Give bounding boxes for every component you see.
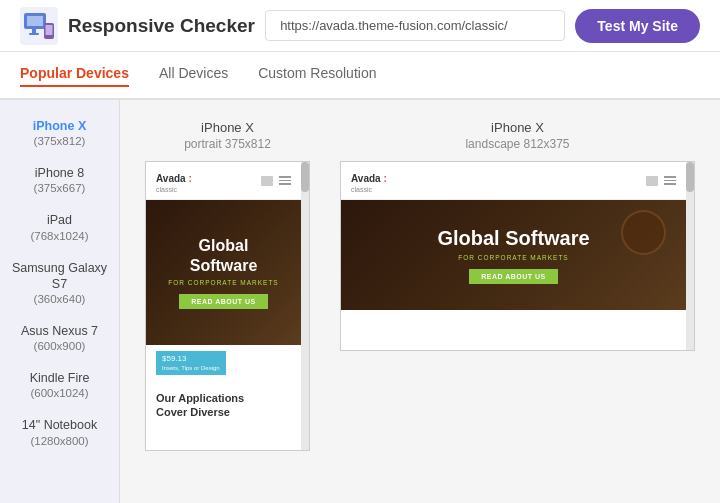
svg-rect-4 — [29, 33, 39, 35]
sidebar-item-iphone-8[interactable]: iPhone 8 (375x667) — [0, 157, 119, 204]
preview-content: iPhone X portrait 375x812 Avada : classi… — [120, 100, 720, 503]
portrait-scrollbar[interactable] — [301, 162, 309, 450]
nav-menu-icon-l — [664, 176, 676, 186]
portrait-below-hero: $59.13Insets, Tips or Design — [146, 345, 301, 385]
hero-read-more-btn-portrait[interactable]: READ ABOUT US — [179, 294, 268, 309]
sidebar: iPhone X (375x812) iPhone 8 (375x667) iP… — [0, 100, 120, 503]
sidebar-item-samsung-galaxy-s7[interactable]: Samsung Galaxy S7 (360x640) — [0, 252, 119, 315]
hero-food-decoration — [621, 210, 666, 255]
sidebar-item-ipad[interactable]: iPad (768x1024) — [0, 204, 119, 251]
portrait-site-content: Avada : classic — [146, 162, 301, 450]
nav-cart-icon — [261, 176, 273, 186]
previews-container: iPhone X portrait 375x812 Avada : classi… — [145, 120, 695, 451]
sidebar-item-asus-nexus-7[interactable]: Asus Nexus 7 (600x900) — [0, 315, 119, 362]
landscape-site-content: Avada : classic — [341, 162, 686, 350]
portrait-section: Our ApplicationsCover Diverse — [146, 385, 301, 426]
tab-custom-resolution[interactable]: Custom Resolution — [258, 65, 376, 87]
landscape-frame: Avada : classic — [340, 161, 695, 351]
app-logo-icon — [20, 7, 58, 45]
tab-all-devices[interactable]: All Devices — [159, 65, 228, 87]
landscape-scrollbar-thumb — [686, 162, 694, 192]
svg-rect-2 — [27, 16, 43, 26]
landscape-scrollbar[interactable] — [686, 162, 694, 350]
app-title: Responsive Checker — [68, 15, 255, 37]
nav-menu-icon — [279, 176, 291, 186]
landscape-hero: Global Software FOR CORPORATE MARKETS RE… — [341, 200, 686, 310]
logo-area: Responsive Checker — [20, 7, 255, 45]
hero-read-more-btn-landscape[interactable]: READ ABOUT US — [469, 269, 558, 284]
tabs-bar: Popular Devices All Devices Custom Resol… — [0, 52, 720, 100]
sidebar-item-iphone-x[interactable]: iPhone X (375x812) — [0, 110, 119, 157]
url-bar-area — [255, 10, 575, 41]
url-input[interactable] — [265, 10, 565, 41]
portrait-preview-col: iPhone X portrait 375x812 Avada : classi… — [145, 120, 310, 451]
portrait-frame: Avada : classic — [145, 161, 310, 451]
site-nav-icons-portrait — [261, 176, 291, 186]
landscape-preview-col: iPhone X landscape 812x375 Avada : class… — [340, 120, 695, 451]
hero-text-landscape: Global Software FOR CORPORATE MARKETS RE… — [437, 226, 589, 284]
portrait-device-label: iPhone X — [201, 120, 254, 135]
landscape-device-size: landscape 812x375 — [465, 137, 569, 151]
price-tag-portrait: $59.13Insets, Tips or Design — [156, 351, 226, 375]
portrait-hero: GlobalSoftware FOR CORPORATE MARKETS REA… — [146, 200, 301, 345]
hero-text-portrait: GlobalSoftware FOR CORPORATE MARKETS REA… — [168, 236, 278, 308]
main-layout: iPhone X (375x812) iPhone 8 (375x667) iP… — [0, 100, 720, 503]
tab-popular-devices[interactable]: Popular Devices — [20, 65, 129, 87]
portrait-device-size: portrait 375x812 — [184, 137, 271, 151]
test-my-site-button[interactable]: Test My Site — [575, 9, 700, 43]
site-logo-landscape: Avada : classic — [351, 168, 387, 193]
nav-cart-icon-l — [646, 176, 658, 186]
sidebar-item-kindle-fire[interactable]: Kindle Fire (600x1024) — [0, 362, 119, 409]
header: Responsive Checker Test My Site — [0, 0, 720, 52]
svg-rect-6 — [46, 25, 53, 35]
svg-rect-3 — [32, 29, 36, 33]
landscape-device-label: iPhone X — [491, 120, 544, 135]
site-nav-landscape: Avada : classic — [341, 162, 686, 200]
site-logo-portrait: Avada : classic — [156, 168, 192, 193]
sidebar-item-14-notebook[interactable]: 14" Notebook (1280x800) — [0, 409, 119, 456]
site-nav-icons-landscape — [646, 176, 676, 186]
portrait-scrollbar-thumb — [301, 162, 309, 192]
site-nav-portrait: Avada : classic — [146, 162, 301, 200]
